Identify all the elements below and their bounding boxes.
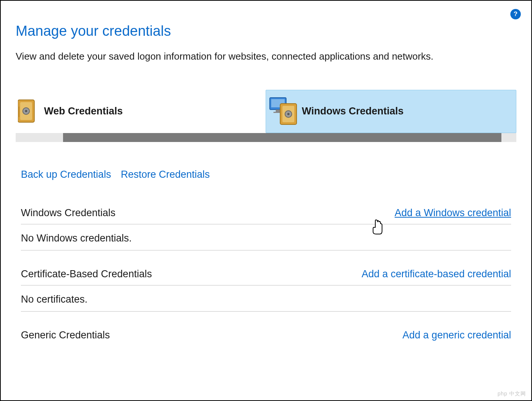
section-certificate-credentials: Certificate-Based Credentials Add a cert… bbox=[21, 268, 511, 312]
empty-message: No certificates. bbox=[21, 285, 511, 312]
add-windows-credential-link[interactable]: Add a Windows credential bbox=[395, 207, 511, 219]
empty-message: No Windows credentials. bbox=[21, 224, 511, 250]
section-title: Windows Credentials bbox=[21, 207, 116, 219]
page-title: Manage your credentials bbox=[16, 23, 516, 39]
tab-windows-label: Windows Credentials bbox=[302, 105, 404, 117]
help-button[interactable]: ? bbox=[510, 9, 521, 19]
watermark: php 中文网 bbox=[498, 391, 526, 397]
page-subtitle: View and delete your saved logon informa… bbox=[16, 50, 445, 64]
section-title: Certificate-Based Credentials bbox=[21, 268, 152, 280]
help-icon: ? bbox=[514, 10, 517, 18]
svg-point-12 bbox=[287, 113, 290, 115]
section-title: Generic Credentials bbox=[21, 329, 110, 341]
add-certificate-credential-link[interactable]: Add a certificate-based credential bbox=[362, 268, 511, 280]
restore-credentials-link[interactable]: Restore Credentials bbox=[121, 169, 210, 180]
section-windows-credentials: Windows Credentials Add a Windows creden… bbox=[21, 207, 511, 250]
tab-web-credentials[interactable]: Web Credentials bbox=[16, 90, 266, 133]
vault-icon bbox=[18, 97, 40, 126]
svg-point-3 bbox=[25, 110, 27, 112]
vault-monitor-icon bbox=[268, 97, 298, 126]
tab-web-label: Web Credentials bbox=[44, 105, 123, 117]
svg-rect-4 bbox=[18, 107, 19, 117]
section-generic-credentials: Generic Credentials Add a generic creden… bbox=[21, 329, 511, 346]
credential-actions: Back up Credentials Restore Credentials bbox=[21, 169, 511, 180]
backup-credentials-link[interactable]: Back up Credentials bbox=[21, 169, 111, 180]
credential-tabs: Web Credentials Windows Credentials bbox=[16, 90, 516, 133]
svg-rect-7 bbox=[276, 110, 280, 112]
divider-bar-fill bbox=[63, 133, 501, 142]
add-generic-credential-link[interactable]: Add a generic credential bbox=[403, 329, 511, 341]
tab-windows-credentials[interactable]: Windows Credentials bbox=[266, 90, 516, 133]
divider-bar bbox=[16, 133, 516, 142]
